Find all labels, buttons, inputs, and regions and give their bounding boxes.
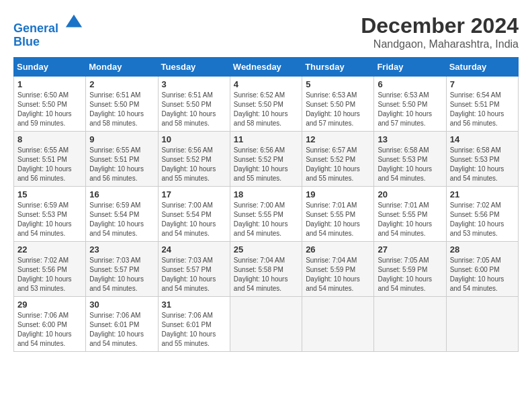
day-number: 15	[17, 189, 82, 199]
day-number: 6	[378, 79, 442, 89]
day-info: Sunrise: 6:53 AM Sunset: 5:50 PM Dayligh…	[378, 91, 442, 128]
day-cell: 17 Sunrise: 7:00 AM Sunset: 5:54 PM Dayl…	[158, 187, 230, 242]
day-info: Sunrise: 7:01 AM Sunset: 5:55 PM Dayligh…	[306, 201, 370, 238]
calendar-table: SundayMondayTuesdayWednesdayThursdayFrid…	[13, 57, 519, 352]
day-cell: 2 Sunrise: 6:51 AM Sunset: 5:50 PM Dayli…	[86, 77, 158, 132]
day-number: 9	[89, 134, 154, 144]
day-info: Sunrise: 7:04 AM Sunset: 5:58 PM Dayligh…	[234, 256, 298, 293]
week-row-3: 15 Sunrise: 6:59 AM Sunset: 5:53 PM Dayl…	[14, 187, 519, 242]
header-saturday: Saturday	[446, 58, 518, 77]
day-number: 18	[234, 189, 298, 199]
day-number: 8	[17, 134, 82, 144]
day-number: 3	[162, 79, 226, 89]
day-info: Sunrise: 7:02 AM Sunset: 5:56 PM Dayligh…	[17, 256, 82, 293]
day-number: 26	[306, 244, 370, 255]
day-info: Sunrise: 7:00 AM Sunset: 5:55 PM Dayligh…	[234, 201, 298, 238]
day-cell	[446, 297, 518, 352]
day-cell: 1 Sunrise: 6:50 AM Sunset: 5:50 PM Dayli…	[14, 77, 86, 132]
day-number: 11	[234, 134, 298, 144]
header-thursday: Thursday	[302, 58, 374, 77]
day-cell: 24 Sunrise: 7:03 AM Sunset: 5:57 PM Dayl…	[158, 242, 230, 297]
day-number: 1	[17, 79, 82, 89]
day-info: Sunrise: 6:52 AM Sunset: 5:50 PM Dayligh…	[234, 91, 298, 128]
day-info: Sunrise: 6:56 AM Sunset: 5:52 PM Dayligh…	[162, 146, 226, 183]
day-cell: 12 Sunrise: 6:57 AM Sunset: 5:52 PM Dayl…	[302, 132, 374, 187]
day-cell: 14 Sunrise: 6:58 AM Sunset: 5:53 PM Dayl…	[446, 132, 518, 187]
day-info: Sunrise: 6:50 AM Sunset: 5:50 PM Dayligh…	[17, 91, 82, 128]
day-number: 23	[89, 244, 154, 255]
day-cell: 27 Sunrise: 7:05 AM Sunset: 5:59 PM Dayl…	[374, 242, 446, 297]
day-info: Sunrise: 7:06 AM Sunset: 6:01 PM Dayligh…	[89, 311, 154, 349]
day-number: 17	[162, 189, 226, 199]
day-info: Sunrise: 6:55 AM Sunset: 5:51 PM Dayligh…	[17, 146, 82, 183]
day-cell: 15 Sunrise: 6:59 AM Sunset: 5:53 PM Dayl…	[14, 187, 86, 242]
day-info: Sunrise: 6:58 AM Sunset: 5:53 PM Dayligh…	[450, 146, 515, 183]
day-info: Sunrise: 6:58 AM Sunset: 5:53 PM Dayligh…	[378, 146, 442, 183]
day-cell: 4 Sunrise: 6:52 AM Sunset: 5:50 PM Dayli…	[230, 77, 302, 132]
day-info: Sunrise: 7:01 AM Sunset: 5:55 PM Dayligh…	[378, 201, 442, 238]
week-row-1: 1 Sunrise: 6:50 AM Sunset: 5:50 PM Dayli…	[14, 77, 519, 132]
day-number: 20	[378, 189, 442, 199]
day-cell: 16 Sunrise: 6:59 AM Sunset: 5:54 PM Dayl…	[86, 187, 158, 242]
day-cell: 25 Sunrise: 7:04 AM Sunset: 5:58 PM Dayl…	[230, 242, 302, 297]
day-cell: 3 Sunrise: 6:51 AM Sunset: 5:50 PM Dayli…	[158, 77, 230, 132]
day-info: Sunrise: 7:06 AM Sunset: 6:01 PM Dayligh…	[162, 311, 226, 349]
day-cell: 18 Sunrise: 7:00 AM Sunset: 5:55 PM Dayl…	[230, 187, 302, 242]
header-tuesday: Tuesday	[158, 58, 230, 77]
week-row-4: 22 Sunrise: 7:02 AM Sunset: 5:56 PM Dayl…	[14, 242, 519, 297]
day-info: Sunrise: 6:56 AM Sunset: 5:52 PM Dayligh…	[234, 146, 298, 183]
header-monday: Monday	[86, 58, 158, 77]
day-info: Sunrise: 6:51 AM Sunset: 5:50 PM Dayligh…	[89, 91, 154, 128]
day-info: Sunrise: 7:03 AM Sunset: 5:57 PM Dayligh…	[89, 256, 154, 293]
header-wednesday: Wednesday	[230, 58, 302, 77]
day-cell	[374, 297, 446, 352]
logo-icon	[64, 13, 83, 32]
day-info: Sunrise: 7:00 AM Sunset: 5:54 PM Dayligh…	[162, 201, 226, 238]
day-cell: 9 Sunrise: 6:55 AM Sunset: 5:51 PM Dayli…	[86, 132, 158, 187]
day-info: Sunrise: 7:02 AM Sunset: 5:56 PM Dayligh…	[450, 201, 515, 238]
title-block: December 2024 Nandgaon, Maharashtra, Ind…	[361, 13, 519, 50]
day-cell: 13 Sunrise: 6:58 AM Sunset: 5:53 PM Dayl…	[374, 132, 446, 187]
day-number: 27	[378, 244, 442, 255]
day-info: Sunrise: 6:53 AM Sunset: 5:50 PM Dayligh…	[306, 91, 370, 128]
day-number: 13	[378, 134, 442, 144]
header-sunday: Sunday	[14, 58, 86, 77]
day-number: 5	[306, 79, 370, 89]
day-number: 28	[450, 244, 515, 255]
header-friday: Friday	[374, 58, 446, 77]
day-cell	[230, 297, 302, 352]
day-info: Sunrise: 7:06 AM Sunset: 6:00 PM Dayligh…	[17, 311, 82, 349]
day-cell: 19 Sunrise: 7:01 AM Sunset: 5:55 PM Dayl…	[302, 187, 374, 242]
day-cell: 6 Sunrise: 6:53 AM Sunset: 5:50 PM Dayli…	[374, 77, 446, 132]
page-header: General Blue December 2024 Nandgaon, Mah…	[13, 13, 519, 50]
day-number: 16	[89, 189, 154, 199]
day-cell: 8 Sunrise: 6:55 AM Sunset: 5:51 PM Dayli…	[14, 132, 86, 187]
day-cell: 20 Sunrise: 7:01 AM Sunset: 5:55 PM Dayl…	[374, 187, 446, 242]
day-info: Sunrise: 6:55 AM Sunset: 5:51 PM Dayligh…	[89, 146, 154, 183]
week-row-2: 8 Sunrise: 6:55 AM Sunset: 5:51 PM Dayli…	[14, 132, 519, 187]
day-number: 4	[234, 79, 298, 89]
day-cell: 22 Sunrise: 7:02 AM Sunset: 5:56 PM Dayl…	[14, 242, 86, 297]
day-cell: 29 Sunrise: 7:06 AM Sunset: 6:00 PM Dayl…	[14, 297, 86, 352]
day-number: 21	[450, 189, 515, 199]
day-info: Sunrise: 7:04 AM Sunset: 5:59 PM Dayligh…	[306, 256, 370, 293]
day-cell	[302, 297, 374, 352]
location: Nandgaon, Maharashtra, India	[361, 38, 519, 50]
day-info: Sunrise: 6:57 AM Sunset: 5:52 PM Dayligh…	[306, 146, 370, 183]
day-number: 10	[162, 134, 226, 144]
logo-blue: Blue	[13, 35, 40, 48]
day-info: Sunrise: 6:59 AM Sunset: 5:53 PM Dayligh…	[17, 201, 82, 238]
day-number: 19	[306, 189, 370, 199]
day-number: 31	[162, 300, 226, 310]
logo-general: General	[13, 21, 58, 35]
day-cell: 10 Sunrise: 6:56 AM Sunset: 5:52 PM Dayl…	[158, 132, 230, 187]
logo: General Blue	[13, 13, 83, 49]
day-info: Sunrise: 6:59 AM Sunset: 5:54 PM Dayligh…	[89, 201, 154, 238]
header-row: SundayMondayTuesdayWednesdayThursdayFrid…	[14, 58, 519, 77]
day-cell: 30 Sunrise: 7:06 AM Sunset: 6:01 PM Dayl…	[86, 297, 158, 352]
day-number: 22	[17, 244, 82, 255]
day-cell: 23 Sunrise: 7:03 AM Sunset: 5:57 PM Dayl…	[86, 242, 158, 297]
day-info: Sunrise: 7:03 AM Sunset: 5:57 PM Dayligh…	[162, 256, 226, 293]
day-cell: 11 Sunrise: 6:56 AM Sunset: 5:52 PM Dayl…	[230, 132, 302, 187]
month-title: December 2024	[361, 13, 519, 38]
